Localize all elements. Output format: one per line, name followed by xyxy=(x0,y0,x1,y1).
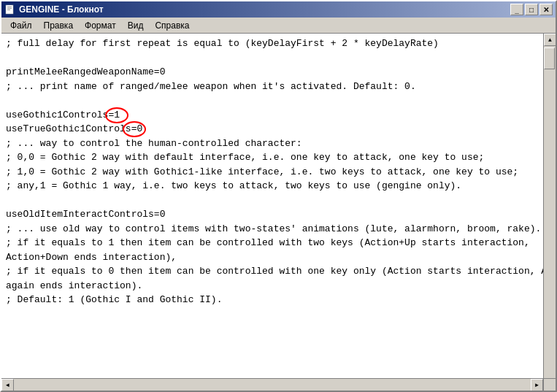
text-line: useGothic1Controls=1 xyxy=(6,108,539,123)
text-line: ; if it equals to 1 then item can be con… xyxy=(6,236,539,250)
main-window: GENGINE - Блокнот _ □ ✕ Файл Правка Форм… xyxy=(0,0,557,392)
text-line xyxy=(6,93,539,108)
text-line: again ends interaction). xyxy=(6,279,539,293)
horizontal-scrollbar[interactable]: ◄ ► xyxy=(1,378,543,391)
text-line: ; ... print name of ranged/melee weapon … xyxy=(6,80,539,94)
menu-help[interactable]: Справка xyxy=(149,19,195,32)
window-title: GENGINE - Блокнот xyxy=(19,4,510,15)
menu-view[interactable]: Вид xyxy=(122,19,150,32)
svg-rect-1 xyxy=(7,7,12,7)
close-button[interactable]: ✕ xyxy=(539,4,553,15)
scroll-thumb-v[interactable] xyxy=(544,47,555,69)
window-controls: _ □ ✕ xyxy=(510,4,553,15)
minimize-button[interactable]: _ xyxy=(510,4,523,15)
text-line xyxy=(6,193,539,208)
scrollbar-corner xyxy=(543,378,556,391)
scroll-right-button[interactable]: ► xyxy=(531,379,543,391)
svg-rect-3 xyxy=(7,9,10,10)
app-icon xyxy=(4,4,16,15)
text-line: ; Default: 1 (Gothic I and Gothic II). xyxy=(6,293,539,307)
title-bar: GENGINE - Блокнот _ □ ✕ xyxy=(1,1,556,18)
svg-rect-2 xyxy=(7,8,12,9)
text-line: ; 1,0 = Gothic 2 way with Gothic1-like i… xyxy=(6,165,539,180)
text-line: ; any,1 = Gothic 1 way, i.e. two keys to… xyxy=(6,179,539,193)
text-line: ; ... way to control the human-controlle… xyxy=(6,137,539,151)
text-line: Action+Down ends interaction), xyxy=(6,250,539,265)
menu-file[interactable]: Файл xyxy=(4,19,38,32)
content-area: ; full delay for first repeat is equal t… xyxy=(1,34,556,391)
text-line xyxy=(6,51,539,66)
text-line: printMeleeRangedWeaponName=0 xyxy=(6,65,539,80)
text-line: useTrueGothic1Controls=0 xyxy=(6,122,539,137)
vertical-scrollbar[interactable]: ▲ ▼ xyxy=(543,34,556,391)
text-editor[interactable]: ; full delay for first repeat is equal t… xyxy=(1,34,543,391)
text-line: ; 0,0 = Gothic 2 way with default interf… xyxy=(6,150,539,165)
text-line: ; if it equals to 0 then item can be con… xyxy=(6,264,539,279)
maximize-button[interactable]: □ xyxy=(525,4,538,15)
text-line: ; ... use old way to control items with … xyxy=(6,222,539,237)
menu-edit[interactable]: Правка xyxy=(38,19,80,32)
menu-format[interactable]: Формат xyxy=(79,19,122,32)
text-line: useOldItemInteractControls=0 xyxy=(6,207,539,222)
scroll-left-button[interactable]: ◄ xyxy=(1,379,14,391)
menu-bar: Файл Правка Формат Вид Справка xyxy=(1,18,556,34)
scroll-track-h[interactable] xyxy=(14,379,531,391)
scroll-up-button[interactable]: ▲ xyxy=(544,34,556,46)
scroll-track-v[interactable] xyxy=(544,46,556,378)
text-line: ; full delay for first repeat is equal t… xyxy=(6,36,539,51)
